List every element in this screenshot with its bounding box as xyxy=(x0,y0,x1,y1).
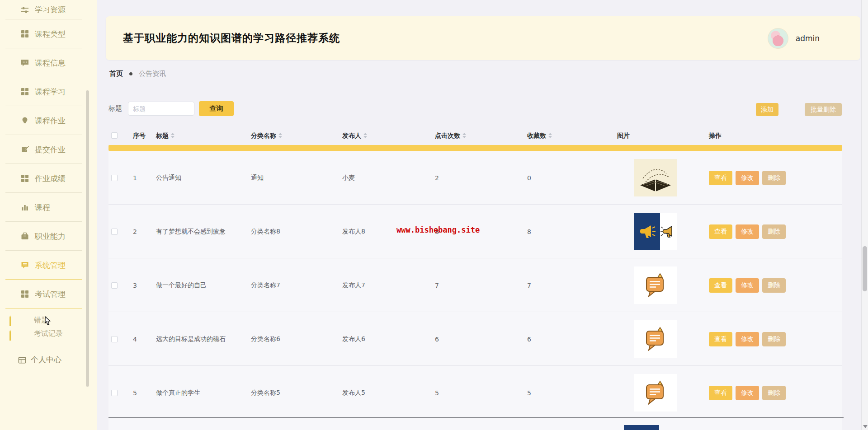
breadcrumb-current: 公告资讯 xyxy=(139,70,166,78)
sort-caret-icon[interactable] xyxy=(363,133,367,138)
cell-index: 5 xyxy=(133,366,137,420)
toolbar: 标题 查询 添加 批量删除 xyxy=(108,101,842,116)
sidebar-item-5[interactable]: 提交作业 xyxy=(0,135,97,164)
username: admin xyxy=(796,34,820,43)
row-checkbox[interactable] xyxy=(111,229,118,235)
delete-button[interactable]: 删除 xyxy=(762,224,786,239)
column-header[interactable]: 收藏数 xyxy=(527,129,552,142)
vertical-scrollbar[interactable] xyxy=(861,0,868,430)
edit-button[interactable]: 修改 xyxy=(736,386,759,400)
sidebar-item-0[interactable]: 学习资源 xyxy=(0,0,97,19)
cell-title: 有了梦想就不会感到疲惫 xyxy=(156,205,249,258)
sort-caret-icon[interactable] xyxy=(171,133,175,138)
column-header[interactable]: 序号 xyxy=(133,129,146,142)
sidebar-item-10[interactable]: 考试管理 xyxy=(0,280,97,308)
edit-button[interactable]: 修改 xyxy=(736,224,759,239)
sidebar-item-2[interactable]: 课程信息 xyxy=(0,48,97,77)
table-accent-bar xyxy=(108,145,842,151)
row-checkbox[interactable] xyxy=(111,282,118,289)
scrollbar-down-arrow-icon[interactable] xyxy=(863,425,868,428)
cell-clicks: 7 xyxy=(435,258,439,312)
breadcrumb-home[interactable]: 首页 xyxy=(109,70,123,78)
row-checkbox[interactable] xyxy=(111,336,118,342)
sidebar-subitem-wrong-questions[interactable]: 错题 xyxy=(0,313,97,327)
sidebar-subitem-exam-records[interactable]: 考试记录 xyxy=(0,327,97,341)
view-button[interactable]: 查看 xyxy=(709,386,732,400)
sidebar-item-8[interactable]: 职业能力 xyxy=(0,222,97,251)
column-header[interactable]: 分类名称 xyxy=(251,129,339,142)
grid-icon xyxy=(21,174,29,182)
cell-title: 做个真正的学生 xyxy=(156,366,249,420)
cell-title: 做一个最好的自己 xyxy=(156,258,249,312)
clipboard-icon xyxy=(21,145,29,154)
cell-clicks: 6 xyxy=(435,312,439,366)
sidebar-item-1[interactable]: 课程类型 xyxy=(0,19,97,48)
delete-button[interactable]: 删除 xyxy=(762,386,786,400)
delete-button[interactable]: 删除 xyxy=(762,332,786,346)
briefcase-icon xyxy=(21,232,29,240)
select-all-checkbox[interactable] xyxy=(111,132,118,139)
table-row: 3 做一个最好的自己 分类名称7 发布人7 7 7 查看 修改 删除 xyxy=(108,258,842,312)
cell-favorites: 6 xyxy=(527,312,531,366)
row-image-megaphone-pair xyxy=(634,213,677,250)
column-header[interactable]: 图片 xyxy=(617,129,630,142)
table-row: 5 做个真正的学生 分类名称5 发布人5 5 5 查看 修改 删除 xyxy=(108,366,842,420)
cell-publisher: 小麦 xyxy=(342,151,430,205)
search-input[interactable] xyxy=(128,102,194,116)
cell-clicks: 5 xyxy=(435,366,439,420)
sidebar-item-4[interactable]: 课程作业 xyxy=(0,106,97,135)
sort-caret-icon[interactable] xyxy=(548,133,552,138)
batch-delete-button[interactable]: 批量删除 xyxy=(805,103,842,116)
row-checkbox[interactable] xyxy=(111,390,118,396)
cell-publisher: 发布人7 xyxy=(342,258,430,312)
sidebar-item-3[interactable]: 课程学习 xyxy=(0,77,97,106)
watermark: www.bishebang.site xyxy=(396,225,480,234)
cell-category: 分类名称5 xyxy=(251,366,339,420)
cell-publisher: 发布人6 xyxy=(342,312,430,366)
edit-button[interactable]: 修改 xyxy=(736,332,759,346)
row-image-chat-bubble xyxy=(634,320,677,358)
sidebar-item-7[interactable]: 课程 xyxy=(0,193,97,222)
column-header[interactable]: 发布人 xyxy=(342,129,430,142)
table-row-partial xyxy=(108,418,842,430)
avatar[interactable] xyxy=(768,28,788,49)
view-button[interactable]: 查看 xyxy=(709,278,732,293)
sidebar-item-9[interactable]: 系统管理 xyxy=(0,251,97,280)
grid-icon xyxy=(21,30,29,38)
edit-button[interactable]: 修改 xyxy=(736,278,759,293)
sidebar-item-6[interactable]: 作业成绩 xyxy=(0,164,97,193)
cell-clicks: 2 xyxy=(435,151,439,205)
cell-title: 公告通知 xyxy=(156,151,249,205)
column-header[interactable]: 操作 xyxy=(709,129,722,142)
view-button[interactable]: 查看 xyxy=(709,171,732,185)
scrollbar-thumb[interactable] xyxy=(863,246,867,291)
view-button[interactable]: 查看 xyxy=(709,332,732,346)
row-image-chat-bubble xyxy=(634,266,677,304)
grid-icon xyxy=(21,290,29,298)
breadcrumb: 首页 公告资讯 xyxy=(109,70,166,78)
sidebar-item-personal-center[interactable]: 个人中心 xyxy=(0,349,97,371)
sort-caret-icon[interactable] xyxy=(278,133,282,138)
column-header[interactable]: 点击次数 xyxy=(435,129,466,142)
header-card: 基于职业能力的知识图谱的学习路径推荐系统 admin xyxy=(106,16,860,60)
search-label: 标题 xyxy=(108,101,122,116)
row-image-chat-bubble xyxy=(634,374,677,411)
row-checkbox[interactable] xyxy=(111,175,118,181)
sort-caret-icon[interactable] xyxy=(462,133,466,138)
edit-button[interactable]: 修改 xyxy=(736,171,759,185)
table-row: 4 远大的目标是成功的磁石 分类名称6 发布人6 6 6 查看 修改 删除 xyxy=(108,312,842,366)
user-box[interactable]: admin xyxy=(768,16,820,60)
view-button[interactable]: 查看 xyxy=(709,224,732,239)
column-header[interactable]: 标题 xyxy=(156,129,249,142)
delete-button[interactable]: 删除 xyxy=(762,171,786,185)
table-body: 1 公告通知 通知 小麦 2 0 查看 修改 删除 2 有了梦想就不会感到疲惫 … xyxy=(108,151,842,420)
delete-button[interactable]: 删除 xyxy=(762,278,786,293)
cell-favorites: 7 xyxy=(527,258,531,312)
cell-actions: 查看 修改 删除 xyxy=(709,258,789,312)
query-button[interactable]: 查询 xyxy=(199,101,234,116)
cell-title: 远大的目标是成功的磁石 xyxy=(156,312,249,366)
row-image-partial xyxy=(624,425,659,430)
sidebar-scrollbar[interactable] xyxy=(86,90,89,387)
add-button[interactable]: 添加 xyxy=(756,103,778,116)
cell-index: 3 xyxy=(133,258,137,312)
